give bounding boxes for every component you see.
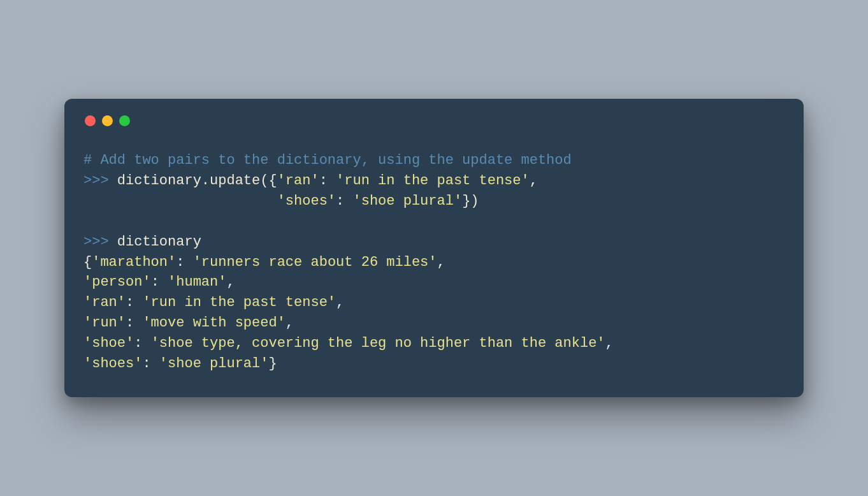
code-text: }) — [462, 193, 479, 209]
code-text: : — [126, 295, 142, 310]
terminal-window: # Add two pairs to the dictionary, using… — [64, 99, 804, 397]
code-string: 'runners race about 26 miles' — [193, 254, 437, 270]
code-text: , — [530, 173, 538, 189]
code-string: 'person' — [83, 274, 151, 290]
code-text: : — [336, 193, 352, 209]
minimize-icon[interactable] — [102, 115, 113, 126]
code-string: 'shoes' — [83, 356, 142, 372]
repl-prompt: >>> — [83, 173, 117, 189]
code-text: dictionary.update({ — [117, 173, 277, 189]
window-titlebar — [83, 115, 785, 126]
code-string: 'shoe' — [83, 335, 134, 351]
repl-prompt: >>> — [83, 234, 117, 250]
code-string: 'shoe type, covering the leg no higher t… — [151, 335, 605, 351]
code-string: 'run' — [83, 315, 126, 331]
code-text: : — [142, 356, 159, 372]
code-string: 'ran' — [277, 173, 319, 189]
code-string: 'human' — [168, 274, 226, 290]
code-string: 'shoe plural' — [159, 356, 269, 372]
code-string: 'ran' — [83, 295, 126, 310]
code-text: : — [176, 254, 192, 270]
code-string: 'run in the past tense' — [142, 295, 336, 310]
close-icon[interactable] — [85, 115, 96, 126]
code-text: { — [83, 254, 92, 270]
code-text — [83, 193, 277, 209]
code-text: , — [336, 295, 344, 310]
maximize-icon[interactable] — [119, 115, 130, 126]
code-text: , — [605, 335, 614, 351]
code-string: 'marathon' — [92, 254, 176, 270]
code-block: # Add two pairs to the dictionary, using… — [83, 150, 785, 374]
code-string: 'shoes' — [277, 193, 336, 209]
code-comment: # Add two pairs to the dictionary, using… — [83, 152, 572, 168]
code-text: : — [151, 274, 168, 290]
code-string: 'move with speed' — [142, 315, 285, 331]
code-text: : — [134, 335, 150, 351]
code-text: : — [126, 315, 142, 331]
code-text: } — [268, 356, 277, 372]
code-text: , — [437, 254, 445, 270]
code-text: dictionary — [117, 234, 201, 250]
code-text: : — [319, 173, 336, 189]
code-string: 'run in the past tense' — [336, 173, 530, 189]
code-text: , — [226, 274, 235, 290]
code-string: 'shoe plural' — [352, 193, 462, 209]
code-text: , — [286, 315, 294, 331]
